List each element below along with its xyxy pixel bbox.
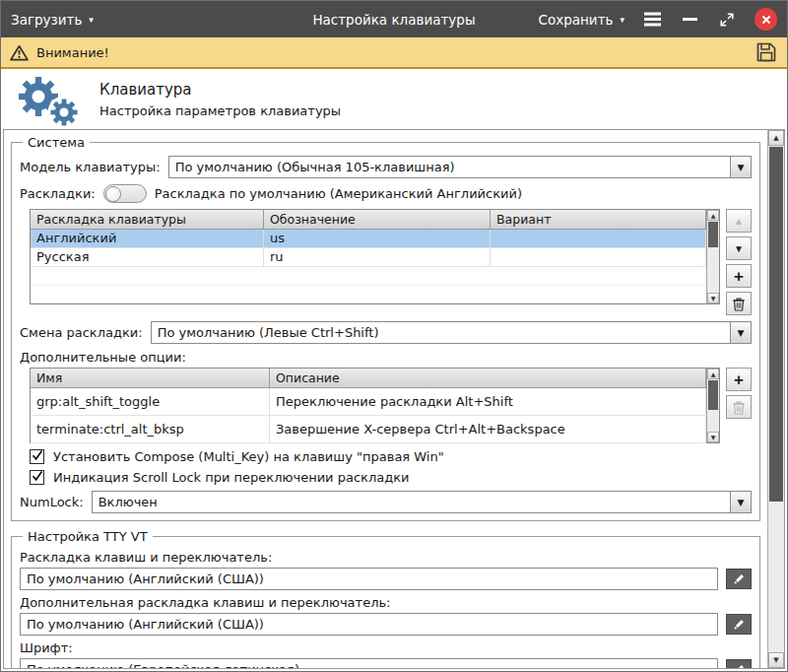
options-table: Имя Описание grp:alt_shift_toggle Перекл… bbox=[30, 368, 720, 443]
scroll-down-icon[interactable]: ▼ bbox=[768, 652, 784, 668]
options-table-buttons: + bbox=[726, 368, 752, 419]
column-header-name[interactable]: Имя bbox=[31, 369, 270, 387]
column-header-code[interactable]: Обозначение bbox=[264, 210, 491, 229]
edit-tty-extra-layout-button[interactable] bbox=[726, 614, 752, 635]
cell-layout: Русская bbox=[31, 248, 264, 266]
pencil-icon bbox=[733, 663, 746, 668]
warning-icon bbox=[10, 44, 29, 61]
move-up-button[interactable]: ▲ bbox=[726, 209, 752, 233]
load-menu-button[interactable]: Загрузить ▾ bbox=[11, 12, 94, 28]
edit-tty-font-button[interactable] bbox=[726, 659, 752, 668]
add-layout-button[interactable]: + bbox=[726, 264, 752, 288]
save-button[interactable] bbox=[755, 40, 778, 64]
tty-extra-layout-row: По умолчанию (Английский (США)) bbox=[20, 613, 752, 636]
layouts-table-section: Раскладка клавиатуры Обозначение Вариант… bbox=[30, 209, 752, 315]
scroll-down-icon[interactable]: ▼ bbox=[707, 432, 719, 442]
table-row-english[interactable]: Английский us bbox=[31, 230, 706, 248]
system-fieldset: Система Модель клавиатуры: По умолчанию … bbox=[11, 135, 760, 521]
delete-layout-button[interactable] bbox=[726, 292, 752, 315]
warning-text: Внимание! bbox=[36, 45, 109, 60]
options-table-header: Имя Описание bbox=[31, 369, 706, 388]
chevron-down-icon: ▾ bbox=[89, 14, 94, 25]
cell-variant bbox=[491, 248, 706, 266]
layouts-table-scrollbar[interactable]: ▲ ▼ bbox=[706, 210, 719, 303]
scrollbar-thumb[interactable] bbox=[708, 380, 718, 410]
titlebar-controls: Сохранить ▾ bbox=[539, 8, 777, 31]
close-icon bbox=[761, 15, 771, 25]
save-menu-button[interactable]: Сохранить ▾ bbox=[539, 12, 624, 28]
layouts-table-buttons: ▲ ▼ + bbox=[726, 209, 752, 315]
module-header: Клавиатура Настройка параметров клавиату… bbox=[1, 69, 787, 129]
dropdown-arrow-icon: ▼ bbox=[730, 322, 751, 343]
cell-option-description: Переключение раскладки Alt+Shift bbox=[270, 388, 706, 415]
layouts-toggle-caption: Раскладка по умолчанию (Американский Анг… bbox=[155, 186, 522, 201]
close-button[interactable] bbox=[755, 8, 777, 31]
column-header-layout[interactable]: Раскладка клавиатуры bbox=[31, 210, 264, 229]
scroll-up-icon[interactable]: ▲ bbox=[707, 369, 719, 379]
compose-checkbox-label: Установить Compose (Multi_Key) на клавиш… bbox=[53, 449, 444, 464]
tty-extra-layout-field[interactable]: По умолчанию (Английский (США)) bbox=[20, 613, 718, 636]
scroll-lock-checkbox[interactable] bbox=[30, 470, 44, 485]
hamburger-icon bbox=[644, 18, 661, 20]
numlock-label: NumLock: bbox=[20, 495, 84, 509]
delete-option-button[interactable] bbox=[726, 395, 752, 419]
default-layout-toggle[interactable] bbox=[103, 184, 147, 203]
options-table-scrollbar[interactable]: ▲ ▼ bbox=[706, 369, 719, 442]
layout-switch-select[interactable]: По умолчанию (Левые Ctrl+Shift) ▼ bbox=[151, 321, 752, 344]
scrollbar-thumb[interactable] bbox=[769, 147, 783, 502]
tty-font-label: Шрифт: bbox=[20, 640, 752, 655]
layout-switch-value: По умолчанию (Левые Ctrl+Shift) bbox=[152, 325, 730, 340]
page-subtitle: Настройка параметров клавиатуры bbox=[99, 103, 341, 118]
down-arrow-icon: ▼ bbox=[734, 243, 744, 254]
scrollbar-thumb[interactable] bbox=[708, 222, 718, 247]
option-row-alt-shift[interactable]: grp:alt_shift_toggle Переключение раскла… bbox=[31, 388, 706, 416]
plus-icon: + bbox=[734, 371, 744, 388]
scroll-up-icon[interactable]: ▲ bbox=[768, 130, 784, 146]
column-header-variant[interactable]: Вариант bbox=[491, 210, 706, 229]
main-scrollbar[interactable]: ▲ ▼ bbox=[767, 130, 784, 668]
layout-switch-label: Смена раскладки: bbox=[20, 325, 143, 340]
layouts-row: Раскладки: Раскладка по умолчанию (Амери… bbox=[20, 184, 752, 203]
numlock-select[interactable]: Включен ▼ bbox=[92, 491, 752, 513]
numlock-value: Включен bbox=[93, 495, 730, 509]
dropdown-arrow-icon: ▼ bbox=[730, 157, 751, 177]
cell-option-name: terminate:ctrl_alt_bksp bbox=[31, 416, 270, 442]
trash-icon bbox=[732, 400, 746, 415]
compose-checkbox[interactable] bbox=[30, 449, 44, 464]
maximize-button[interactable] bbox=[717, 10, 737, 30]
settings-pane: Система Модель клавиатуры: По умолчанию … bbox=[4, 130, 767, 668]
edit-tty-layout-button[interactable] bbox=[726, 569, 752, 589]
layout-switch-row: Смена раскладки: По умолчанию (Левые Ctr… bbox=[20, 321, 752, 344]
check-icon bbox=[32, 470, 43, 482]
table-row-russian[interactable]: Русская ru bbox=[31, 248, 706, 267]
table-row-empty bbox=[31, 286, 706, 304]
check-icon bbox=[32, 449, 43, 461]
content-area: Система Модель клавиатуры: По умолчанию … bbox=[3, 129, 785, 669]
keyboard-model-select[interactable]: По умолчанию (Обычная 105-клавишная) ▼ bbox=[168, 156, 752, 178]
column-header-description[interactable]: Описание bbox=[270, 369, 706, 387]
hamburger-menu-button[interactable] bbox=[642, 10, 662, 30]
extra-options-label: Дополнительные опции: bbox=[20, 350, 752, 365]
layouts-label: Раскладки: bbox=[20, 186, 96, 201]
cell-option-name: grp:alt_shift_toggle bbox=[31, 388, 270, 415]
chevron-down-icon: ▾ bbox=[620, 14, 624, 25]
warning-bar: Внимание! bbox=[1, 37, 787, 69]
tty-layout-field[interactable]: По умолчанию (Английский (США)) bbox=[20, 568, 718, 590]
cell-code: us bbox=[264, 230, 491, 247]
scroll-lock-checkbox-label: Индикация Scroll Lock при переключении р… bbox=[53, 470, 409, 485]
scroll-down-icon[interactable]: ▼ bbox=[707, 293, 719, 303]
scroll-up-icon[interactable]: ▲ bbox=[707, 210, 719, 221]
tty-font-field[interactable]: По умолчанию (Европейская латинская) bbox=[20, 658, 718, 668]
scroll-lock-checkbox-row: Индикация Scroll Lock при переключении р… bbox=[30, 470, 752, 485]
layouts-table: Раскладка клавиатуры Обозначение Вариант… bbox=[30, 209, 720, 304]
minimize-button[interactable] bbox=[680, 10, 699, 30]
cell-option-description: Завершение X-сервера Ctrl+Alt+Backspace bbox=[270, 416, 706, 442]
add-option-button[interactable]: + bbox=[726, 368, 752, 391]
tty-layout-label: Раскладка клавиш и переключатель: bbox=[20, 550, 752, 565]
layouts-table-header: Раскладка клавиатуры Обозначение Вариант bbox=[31, 210, 706, 230]
pencil-icon bbox=[733, 618, 746, 631]
minimize-icon bbox=[683, 18, 697, 20]
move-down-button[interactable]: ▼ bbox=[726, 236, 752, 260]
table-row-empty bbox=[31, 267, 706, 286]
option-row-terminate[interactable]: terminate:ctrl_alt_bksp Завершение X-сер… bbox=[31, 416, 706, 443]
